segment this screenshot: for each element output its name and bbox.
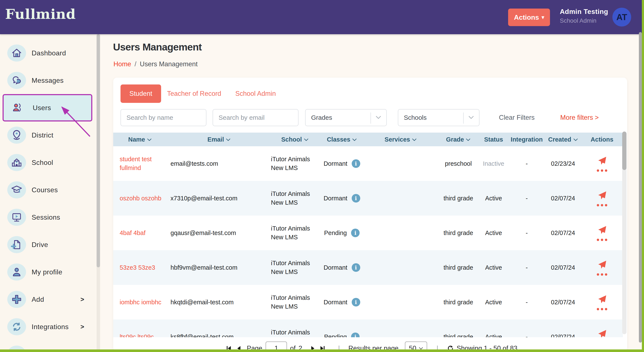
tab-student[interactable]: Student [120, 85, 161, 103]
sidebar-item-my-profile[interactable]: My profile [0, 258, 96, 286]
more-filters-link[interactable]: More filters > [560, 114, 599, 122]
cell-name[interactable]: lts09c lts09c [113, 332, 169, 337]
cell-classes: Pending i [320, 332, 363, 337]
sidebar-item-label: Dashboard [32, 49, 66, 57]
sidebar-item-school[interactable]: School [0, 149, 96, 176]
more-actions-icon[interactable] [597, 239, 607, 241]
sidebar-item-label: Courses [32, 186, 58, 194]
actions-button[interactable]: Actions ▾ [508, 9, 550, 26]
clear-filters-button[interactable]: Clear Filters [499, 114, 534, 122]
cell-status: Active [478, 299, 508, 306]
cell-school: iTutor Animals New LMS [269, 224, 320, 241]
send-message-icon[interactable] [597, 225, 607, 235]
table-row[interactable]: 53ze3 53ze3 hbf9vm@email-test.com iTutor… [113, 250, 623, 285]
cell-created: 02/07/24 [545, 333, 581, 337]
column-header-integration: Integration [508, 136, 545, 143]
cell-name[interactable]: oszohb oszohb [113, 194, 169, 203]
schools-select[interactable]: Schools [398, 109, 480, 126]
search-email-input[interactable] [212, 109, 298, 126]
column-header-school[interactable]: School [269, 136, 320, 143]
column-header-label: Services [384, 136, 410, 143]
table-row[interactable]: student test fullmind email@tests.com iT… [113, 146, 623, 181]
cell-created: 02/07/24 [545, 229, 581, 236]
sidebar-item-label: Add [32, 295, 44, 303]
breadcrumb-current: Users Management [140, 60, 198, 68]
window-scrollbar-thumb[interactable] [639, 32, 642, 342]
screenshot-border-right [642, 0, 644, 352]
cell-name[interactable]: 4baf 4baf [113, 229, 169, 237]
sidebar-item-label: Sessions [32, 213, 60, 221]
info-icon[interactable]: i [352, 194, 360, 202]
cell-school: iTutor Animals New LMS [269, 293, 320, 311]
grades-select[interactable]: Grades [305, 109, 387, 126]
table-row[interactable]: lts09c lts09c ks8fbf@email-test.com iTut… [113, 319, 623, 337]
sidebar-item-drive[interactable]: Drive [0, 231, 96, 258]
sidebar-item-messages[interactable]: Messages [0, 67, 96, 94]
cell-name[interactable]: 53ze3 53ze3 [113, 263, 169, 272]
cell-grade: third grade [438, 229, 478, 236]
column-header-created[interactable]: Created [545, 136, 581, 143]
more-actions-icon[interactable] [597, 273, 607, 276]
info-icon[interactable]: i [352, 263, 360, 272]
column-header-services[interactable]: Services [363, 136, 438, 143]
send-message-icon[interactable] [597, 190, 607, 201]
sidebar-scrollbar-thumb[interactable] [96, 34, 100, 267]
classes-value: Pending [324, 333, 347, 337]
home-icon [7, 45, 26, 62]
column-header-grade[interactable]: Grade [438, 136, 478, 143]
cell-integration: - [508, 299, 545, 306]
caret-down-icon: ▾ [542, 15, 544, 20]
cell-integration: - [508, 229, 545, 236]
send-message-icon[interactable] [597, 329, 607, 337]
info-icon[interactable]: i [351, 229, 360, 237]
sidebar-item-sessions[interactable]: Sessions [0, 204, 96, 231]
sidebar-item-add[interactable]: Add> [0, 286, 96, 313]
cell-grade: third grade [438, 299, 478, 306]
column-header-label: Name [128, 136, 145, 143]
sidebar-item-label: District [32, 131, 54, 139]
table-scrollbar-thumb[interactable] [622, 132, 626, 170]
table-row[interactable]: 4baf 4baf gqausr@email-test.com iTutor A… [113, 216, 623, 250]
cell-status: Inactive [478, 160, 508, 167]
cell-integration: - [508, 195, 545, 202]
sidebar: DashboardMessagesUsersDistrictSchoolCour… [0, 34, 100, 352]
school-icon [7, 154, 26, 171]
info-icon[interactable]: i [352, 298, 360, 306]
tab-school-admin[interactable]: School Admin [235, 90, 276, 98]
avatar[interactable]: AT [612, 8, 631, 27]
role-tabs: Student Teacher of Record School Admin [120, 85, 276, 103]
sidebar-item-courses[interactable]: Courses [0, 176, 96, 204]
person-icon [7, 263, 26, 280]
table-body: student test fullmind email@tests.com iT… [113, 146, 623, 337]
send-message-icon[interactable] [597, 294, 607, 304]
cell-actions [581, 190, 623, 206]
more-actions-icon[interactable] [597, 308, 607, 310]
classes-value: Dormant [324, 160, 347, 167]
sidebar-item-integrations[interactable]: Integrations> [0, 313, 96, 340]
sidebar-item-district[interactable]: District [0, 122, 96, 149]
cell-email: hkqtdi@email-test.com [169, 299, 269, 306]
cell-status: Active [478, 229, 508, 236]
tab-teacher-of-record[interactable]: Teacher of Record [167, 90, 221, 98]
sidebar-item-label: Users [33, 104, 51, 112]
table-row[interactable]: oszohb oszohb x7310p@email-test.com iTut… [113, 181, 623, 216]
column-header-name[interactable]: Name [113, 136, 169, 143]
cell-name[interactable]: student test fullmind [113, 155, 169, 172]
column-header-email[interactable]: Email [169, 136, 269, 143]
column-header-classes[interactable]: Classes [320, 136, 363, 143]
table-row[interactable]: iombhc iombhc hkqtdi@email-test.com iTut… [113, 285, 623, 319]
info-icon[interactable]: i [351, 332, 360, 337]
send-message-icon[interactable] [597, 156, 607, 166]
cell-grade: third grade [438, 333, 478, 337]
breadcrumb-home-link[interactable]: Home [114, 60, 131, 68]
column-header-label: Grade [446, 136, 464, 143]
search-name-input[interactable] [120, 109, 206, 126]
sidebar-item-dashboard[interactable]: Dashboard [0, 39, 96, 67]
more-actions-icon[interactable] [597, 169, 607, 172]
more-actions-icon[interactable] [597, 204, 607, 206]
cell-name[interactable]: iombhc iombhc [113, 298, 169, 307]
sidebar-item-users[interactable]: Users [2, 94, 92, 122]
select-divider [463, 113, 464, 124]
info-icon[interactable]: i [352, 159, 360, 168]
send-message-icon[interactable] [597, 260, 607, 270]
